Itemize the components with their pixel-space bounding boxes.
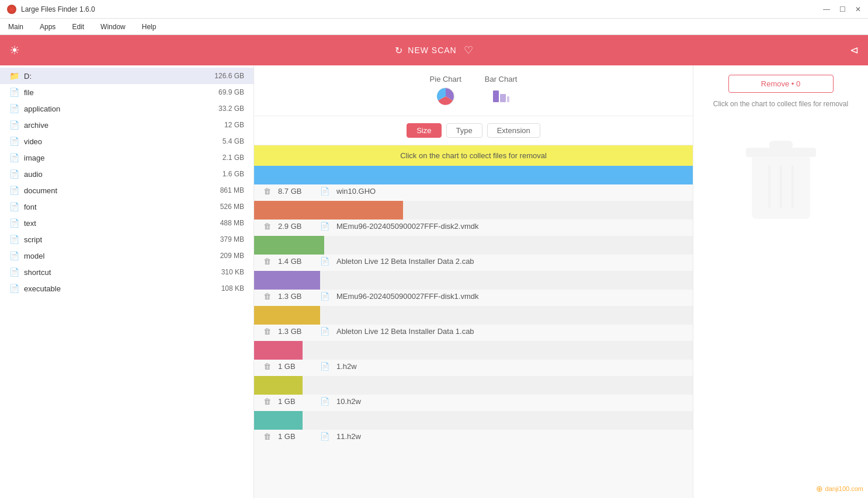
trash-icon[interactable]: 🗑 [263, 292, 271, 301]
file-icon: 📄 [9, 169, 19, 179]
bar-filename: Ableton Live 12 Beta Installer Data 2.ca… [336, 257, 474, 266]
svg-rect-2 [500, 94, 506, 102]
bar-color-fill [254, 271, 320, 290]
filter-tabs: Size Type Extension [254, 116, 693, 145]
file-item[interactable]: 📄text488 MB [0, 215, 254, 231]
new-scan-button[interactable]: ↻ NEW SCAN [395, 45, 456, 56]
file-item[interactable]: 📄model209 MB [0, 248, 254, 264]
menu-edit[interactable]: Edit [68, 20, 88, 33]
bar-color-fill [254, 306, 320, 325]
chart-header: Pie Chart Bar Chart [254, 65, 693, 145]
toolbar-center: ↻ NEW SCAN ♡ [395, 44, 473, 57]
file-item[interactable]: 📁D:126.6 GB [0, 68, 254, 84]
file-item[interactable]: 📄application33.2 GB [0, 100, 254, 117]
filter-extension[interactable]: Extension [487, 123, 540, 138]
refresh-icon: ↻ [395, 45, 403, 56]
file-item[interactable]: 📄audio1.6 GB [0, 166, 254, 182]
file-name: executable [24, 284, 193, 293]
file-name: application [24, 105, 193, 113]
watermark: ⊕ danji100.com [816, 484, 863, 493]
bar-row[interactable]: 🗑2.9 GB📄MEmu96-2024050900027FFF-disk2.vm… [254, 201, 693, 235]
bar-row[interactable]: 🗑1.4 GB📄Ableton Live 12 Beta Installer D… [254, 236, 693, 270]
bar-filename: MEmu96-2024050900027FFF-disk1.vmdk [336, 292, 479, 301]
file-size: 861 MB [197, 186, 244, 194]
bar-size-label: 1.3 GB [278, 292, 313, 301]
pie-chart-icon [435, 86, 456, 111]
bar-info: 🗑1 GB📄1.h2w [254, 360, 693, 375]
left-panel: 📁D:126.6 GB📄file69.9 GB📄application33.2 … [0, 65, 254, 498]
file-item[interactable]: 📄script379 MB [0, 231, 254, 248]
bar-fill [254, 341, 693, 360]
trash-icon[interactable]: 🗑 [263, 187, 271, 196]
bar-row[interactable]: 🗑8.7 GB📄win10.GHO [254, 166, 693, 200]
file-item[interactable]: 📄document861 MB [0, 182, 254, 198]
bar-color-fill [254, 341, 303, 360]
menu-help[interactable]: Help [138, 20, 160, 33]
bar-row[interactable]: 🗑1.3 GB📄Ableton Live 12 Beta Installer D… [254, 306, 693, 340]
new-scan-label: NEW SCAN [408, 46, 456, 55]
bar-color-fill [254, 411, 303, 430]
trash-icon[interactable]: 🗑 [263, 222, 271, 231]
file-item[interactable]: 📄image2.1 GB [0, 149, 254, 166]
file-icon: 📄 [9, 235, 19, 244]
maximize-button[interactable]: ☐ [839, 5, 846, 13]
file-item[interactable]: 📄file69.9 GB [0, 84, 254, 100]
heart-icon[interactable]: ♡ [464, 44, 473, 57]
file-size: 379 MB [197, 235, 244, 243]
filter-size[interactable]: Size [407, 123, 441, 138]
menu-bar: Main Apps Edit Window Help [0, 19, 868, 35]
bar-chart-label: Bar Chart [485, 75, 518, 83]
file-name: video [24, 137, 193, 146]
pie-chart-tab[interactable]: Pie Chart [430, 75, 461, 111]
bar-row[interactable]: 🗑1 GB📄11.h2w [254, 411, 693, 445]
title-bar: Large Files Finder 1.6.0 — ☐ ✕ [0, 0, 868, 19]
bar-row[interactable]: 🗑1 GB📄1.h2w [254, 341, 693, 375]
bar-row[interactable]: 🗑1 GB📄10.h2w [254, 376, 693, 410]
bar-fill [254, 376, 693, 395]
menu-main[interactable]: Main [5, 20, 27, 33]
middle-panel: Pie Chart Bar Chart [254, 65, 693, 498]
filter-type[interactable]: Type [446, 123, 482, 138]
file-size: 33.2 GB [197, 105, 244, 113]
app-icon [7, 5, 16, 14]
trash-icon[interactable]: 🗑 [263, 397, 271, 406]
bar-size-label: 1.4 GB [278, 257, 313, 266]
file-bars: 🗑8.7 GB📄win10.GHO🗑2.9 GB📄MEmu96-20240509… [254, 166, 693, 445]
close-button[interactable]: ✕ [855, 5, 861, 13]
file-doc-icon: 📄 [320, 257, 329, 266]
bar-size-label: 1.3 GB [278, 327, 313, 336]
minimize-button[interactable]: — [823, 5, 830, 13]
file-icon: 📄 [9, 267, 19, 277]
file-item[interactable]: 📄archive12 GB [0, 117, 254, 133]
sun-icon[interactable]: ☀ [9, 44, 20, 57]
file-name: shortcut [24, 268, 193, 277]
bar-size-label: 1 GB [278, 362, 313, 371]
file-item[interactable]: 📄font526 MB [0, 198, 254, 215]
trash-icon[interactable]: 🗑 [263, 327, 271, 336]
trash-icon[interactable]: 🗑 [263, 432, 271, 441]
file-item[interactable]: 📄video5.4 GB [0, 133, 254, 149]
remove-button[interactable]: Remove • 0 [728, 75, 834, 93]
trash-icon[interactable]: 🗑 [263, 257, 271, 266]
svg-rect-6 [769, 141, 793, 149]
menu-apps[interactable]: Apps [36, 20, 59, 33]
file-item[interactable]: 📄executable108 KB [0, 280, 254, 297]
file-size: 1.6 GB [197, 170, 244, 178]
menu-window[interactable]: Window [97, 20, 129, 33]
toolbar-right: ⊲ [850, 44, 859, 57]
title-bar-controls: — ☐ ✕ [823, 5, 861, 13]
file-size: 69.9 GB [197, 88, 244, 96]
file-item[interactable]: 📄shortcut310 KB [0, 264, 254, 280]
trash-icon[interactable]: 🗑 [263, 362, 271, 371]
file-name: model [24, 252, 193, 260]
bar-chart-tab[interactable]: Bar Chart [485, 75, 518, 111]
bar-row[interactable]: 🗑1.3 GB📄MEmu96-2024050900027FFF-disk1.vm… [254, 271, 693, 305]
svg-rect-5 [746, 148, 816, 157]
file-icon: 📄 [9, 120, 19, 130]
bar-fill [254, 306, 693, 325]
share-icon[interactable]: ⊲ [850, 44, 859, 56]
notice-bar: Click on the chart to collect files for … [254, 145, 693, 166]
folder-icon: 📁 [9, 71, 19, 81]
bar-filename: 11.h2w [336, 432, 361, 441]
file-doc-icon: 📄 [320, 292, 329, 301]
